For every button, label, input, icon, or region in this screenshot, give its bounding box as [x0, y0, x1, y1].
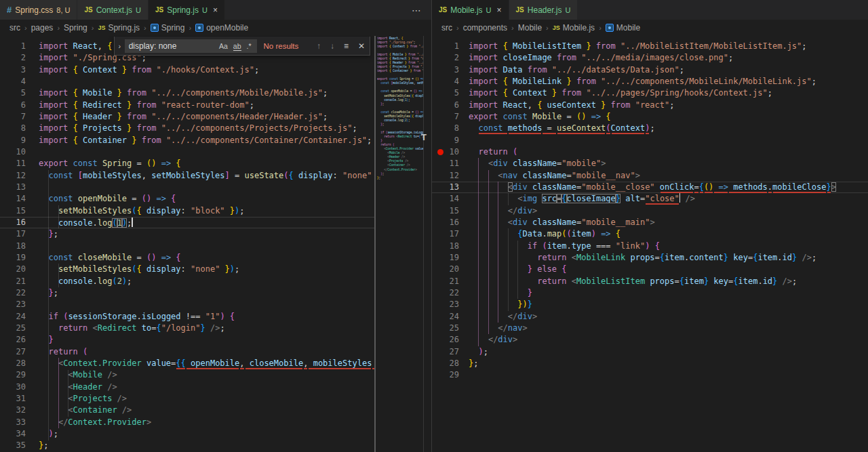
line-number[interactable]: 4 — [448, 76, 459, 87]
line-number[interactable]: 13 — [448, 182, 459, 192]
code-line[interactable]: 26 </div> — [432, 334, 868, 346]
line-number[interactable]: 13 — [9, 182, 26, 193]
line-number[interactable]: 22 — [9, 287, 26, 299]
code-line[interactable]: 25 return <Redirect to={"/login"} />; — [0, 323, 374, 334]
line-number[interactable]: 10 — [9, 146, 26, 158]
gutter-glyph-margin[interactable] — [0, 241, 9, 252]
line-number[interactable]: 16 — [9, 218, 26, 228]
gutter-glyph-margin[interactable] — [0, 205, 9, 217]
code-line[interactable]: 31 <Projects /> — [0, 393, 374, 405]
code-line[interactable]: 20 setMobileStyles({ display: "none" }); — [0, 264, 374, 275]
code-line[interactable]: 22 }; — [0, 287, 374, 299]
find-previous-icon[interactable]: ↑ — [312, 41, 326, 51]
gutter-glyph-margin[interactable] — [0, 323, 9, 334]
line-number[interactable]: 20 — [448, 264, 459, 275]
code-line[interactable]: 10 — [0, 146, 374, 158]
code-line[interactable]: 5import { Context } from "../../pages/Sp… — [432, 87, 868, 99]
tab-mobile-js[interactable]: JSMobile.jsU× — [432, 0, 509, 20]
code-line[interactable]: 8 const methods = useContext(Context); — [432, 123, 868, 134]
line-number[interactable]: 30 — [9, 382, 26, 393]
gutter-glyph-margin[interactable] — [432, 311, 448, 323]
regex-icon[interactable]: .* — [244, 42, 254, 50]
gutter-glyph-margin[interactable] — [0, 369, 9, 381]
code-line[interactable]: 12 <nav className="mobile__nav"> — [432, 170, 868, 182]
code-line[interactable]: 27 ); — [432, 346, 868, 358]
gutter-glyph-margin[interactable] — [0, 218, 9, 228]
code-line[interactable]: 33 </Context.Provider> — [0, 417, 374, 428]
line-number[interactable]: 24 — [448, 311, 459, 323]
tab-spring-js[interactable]: JSSpring.jsU× — [149, 0, 224, 20]
breadcrumb-item-src[interactable]: src — [441, 23, 452, 33]
gutter-glyph-margin[interactable] — [432, 358, 448, 369]
line-number[interactable]: 18 — [9, 241, 26, 252]
code-line[interactable]: 3import Data from "../../dataSets/Data.j… — [432, 64, 868, 76]
line-number[interactable]: 12 — [9, 170, 26, 182]
gutter-glyph-margin[interactable] — [432, 158, 448, 169]
code-line[interactable]: 28 <Context.Provider value={{ openMobile… — [0, 358, 374, 369]
line-number[interactable]: 3 — [448, 64, 459, 76]
gutter-glyph-margin[interactable] — [432, 170, 448, 182]
line-number[interactable]: 19 — [448, 252, 459, 264]
line-number[interactable]: 3 — [9, 64, 26, 76]
find-toggle-replace-icon[interactable]: › — [115, 42, 125, 50]
gutter-glyph-margin[interactable] — [0, 417, 9, 428]
code-line[interactable]: 4 — [0, 76, 374, 87]
breadcrumb-item-mobile[interactable]: Mobile — [606, 23, 640, 33]
line-number[interactable]: 22 — [448, 287, 459, 299]
gutter-glyph-margin[interactable] — [0, 182, 9, 193]
code-line[interactable]: 17 }; — [0, 228, 374, 240]
line-number[interactable]: 5 — [448, 87, 459, 99]
gutter-glyph-margin[interactable] — [432, 87, 448, 99]
line-number[interactable]: 15 — [448, 205, 459, 217]
line-number[interactable]: 11 — [448, 158, 459, 169]
gutter-glyph-margin[interactable] — [0, 252, 9, 264]
breadcrumb-item-mobile[interactable]: Mobile — [518, 23, 542, 33]
line-number[interactable]: 34 — [9, 428, 26, 440]
breadcrumb-item-spring[interactable]: Spring — [151, 23, 185, 33]
line-number[interactable]: 1 — [9, 41, 26, 52]
gutter-glyph-margin[interactable] — [0, 52, 9, 64]
gutter-glyph-margin[interactable] — [0, 228, 9, 240]
gutter-glyph-margin[interactable] — [0, 135, 9, 146]
breakpoint-icon[interactable] — [437, 149, 443, 155]
line-number[interactable]: 14 — [9, 193, 26, 205]
code-line[interactable]: 16 console.log(1); — [0, 217, 374, 228]
gutter-glyph-margin[interactable] — [0, 276, 9, 287]
code-line[interactable]: 19 const closeMobile = () => { — [0, 252, 374, 264]
gutter-glyph-margin[interactable] — [432, 334, 448, 346]
line-number[interactable]: 32 — [9, 405, 26, 416]
code-line[interactable]: 8import { Projects } from "../../compone… — [0, 123, 374, 134]
code-line[interactable]: 11 <div className="mobile"> — [432, 158, 868, 169]
gutter-glyph-margin[interactable] — [432, 193, 448, 205]
gutter-glyph-margin[interactable] — [0, 123, 9, 134]
line-number[interactable]: 15 — [9, 205, 26, 217]
gutter-glyph-margin[interactable] — [0, 264, 9, 275]
line-number[interactable]: 7 — [9, 111, 26, 123]
line-number[interactable]: 6 — [9, 100, 26, 111]
line-number[interactable]: 26 — [9, 334, 26, 346]
line-number[interactable]: 6 — [448, 100, 459, 111]
line-number[interactable]: 23 — [9, 299, 26, 310]
tab-spring-css[interactable]: #Spring.css8, U — [0, 0, 77, 20]
line-number[interactable]: 19 — [9, 252, 26, 264]
line-number[interactable]: 21 — [448, 276, 459, 287]
code-line[interactable]: 35}; — [0, 440, 374, 451]
breadcrumb-item-spring-js[interactable]: JSSpring.js — [98, 23, 140, 33]
code-line[interactable]: 21 console.log(2); — [0, 276, 374, 287]
gutter-glyph-margin[interactable] — [432, 123, 448, 134]
gutter-glyph-margin[interactable] — [432, 369, 448, 381]
line-number[interactable]: 5 — [9, 87, 26, 99]
line-number[interactable]: 25 — [448, 323, 459, 334]
line-number[interactable]: 11 — [9, 158, 26, 169]
code-line[interactable]: 9import { Container } from "../../compon… — [0, 135, 374, 146]
code-line[interactable]: 15 setMobileStyles({ display: "block" })… — [0, 205, 374, 217]
line-number[interactable]: 21 — [9, 276, 26, 287]
line-number[interactable]: 28 — [9, 358, 26, 369]
line-number[interactable]: 35 — [9, 440, 26, 451]
gutter-glyph-margin[interactable] — [0, 311, 9, 323]
close-icon[interactable]: × — [213, 5, 218, 15]
gutter-glyph-margin[interactable] — [432, 100, 448, 111]
line-number[interactable]: 12 — [448, 170, 459, 182]
line-number[interactable]: 8 — [9, 123, 26, 134]
code-line[interactable]: 10 return ( — [432, 146, 868, 158]
